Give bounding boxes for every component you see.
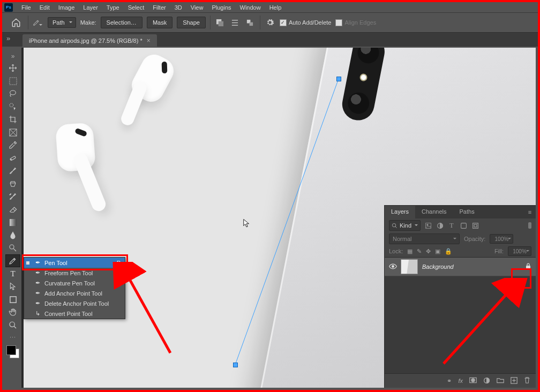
align-edges-checkbox[interactable]: Align Edges: [335, 19, 376, 26]
menu-help[interactable]: Help: [265, 3, 286, 12]
layer-filter-kind[interactable]: Kind: [389, 220, 421, 231]
fill-label: Fill:: [494, 248, 504, 254]
blend-mode-select[interactable]: Normal: [389, 233, 460, 244]
menu-type[interactable]: Type: [102, 3, 124, 12]
rectangle-tool-icon[interactable]: [5, 293, 20, 306]
layers-panel: Layers Channels Paths ≡ Kind T Normal Op: [384, 205, 536, 388]
brush-tool-icon[interactable]: [5, 164, 20, 177]
path-alignment-icon[interactable]: [230, 17, 241, 28]
menu-image[interactable]: Image: [54, 3, 79, 12]
eraser-tool-icon[interactable]: [5, 203, 20, 216]
filter-toggle[interactable]: [528, 222, 531, 229]
auto-add-delete-checkbox[interactable]: Auto Add/Delete: [280, 19, 332, 26]
tool-mode-select[interactable]: Path: [48, 17, 76, 28]
path-arrangement-icon[interactable]: [245, 17, 256, 28]
lock-transparency-icon[interactable]: ▦: [407, 248, 412, 255]
layer-name[interactable]: Background: [422, 263, 454, 270]
edit-toolbar-icon[interactable]: ···: [5, 331, 20, 342]
filter-pixel-icon[interactable]: [424, 221, 432, 230]
svg-rect-25: [472, 223, 478, 228]
make-selection-button[interactable]: Selection…: [101, 17, 142, 28]
flyout-delete-anchor-tool[interactable]: ✒ Delete Anchor Point Tool: [24, 298, 125, 308]
panel-menu-icon[interactable]: ≡: [524, 206, 536, 218]
toolbar-collapse-icon[interactable]: »: [5, 51, 20, 62]
filter-adjustment-icon[interactable]: [436, 221, 444, 230]
dodge-tool-icon[interactable]: [5, 242, 20, 254]
make-shape-button[interactable]: Shape: [177, 17, 206, 28]
history-brush-tool-icon[interactable]: [5, 190, 20, 203]
pen-tool-icon: [33, 17, 43, 28]
lock-artboard-icon[interactable]: ▣: [435, 248, 440, 255]
flyout-pen-tool[interactable]: ✒ Pen ToolP: [24, 258, 125, 268]
make-mask-button[interactable]: Mask: [147, 17, 172, 28]
menu-file[interactable]: File: [17, 3, 35, 12]
anchor-point[interactable]: [233, 363, 238, 367]
move-tool-icon[interactable]: [5, 62, 20, 74]
menu-layer[interactable]: Layer: [79, 3, 102, 12]
filter-shape-icon[interactable]: [459, 221, 468, 230]
menu-filter[interactable]: Filter: [148, 3, 170, 12]
color-swatches[interactable]: [6, 345, 19, 358]
delete-layer-icon[interactable]: [524, 376, 530, 385]
new-group-icon[interactable]: [497, 377, 504, 385]
opacity-value[interactable]: 100%: [490, 234, 513, 244]
close-tab-icon[interactable]: ×: [147, 37, 151, 44]
document-tab[interactable]: iPhone and airpods.jpg @ 27.5% (RGB/8) *…: [22, 34, 157, 47]
menu-plugins[interactable]: Plugins: [207, 3, 235, 12]
layer-list: Background: [385, 257, 536, 374]
options-bar: Path Make: Selection… Mask Shape Auto Ad…: [2, 12, 538, 33]
clone-stamp-tool-icon[interactable]: [5, 177, 20, 190]
lock-pixels-icon[interactable]: ✎: [417, 248, 422, 255]
path-operations-icon[interactable]: [215, 17, 226, 28]
svg-rect-15: [9, 218, 16, 225]
menu-select[interactable]: Select: [124, 3, 149, 12]
layer-lock-icon[interactable]: [525, 262, 531, 271]
type-tool-icon[interactable]: T: [5, 267, 20, 280]
layer-thumbnail[interactable]: [401, 259, 418, 274]
crop-tool-icon[interactable]: [5, 113, 20, 126]
layer-row-background[interactable]: Background: [385, 258, 536, 276]
menu-window[interactable]: Window: [236, 3, 265, 12]
svg-point-27: [392, 265, 394, 267]
flyout-add-anchor-tool[interactable]: ✒ Add Anchor Point Tool: [24, 288, 125, 298]
svg-rect-6: [250, 22, 253, 26]
tab-paths[interactable]: Paths: [453, 206, 481, 218]
tab-channels[interactable]: Channels: [415, 206, 453, 218]
gear-icon[interactable]: [265, 17, 275, 28]
menu-3d[interactable]: 3D: [170, 3, 186, 12]
lasso-tool-icon[interactable]: [5, 87, 20, 100]
hand-tool-icon[interactable]: [5, 306, 20, 319]
path-selection-tool-icon[interactable]: [5, 280, 20, 293]
new-layer-icon[interactable]: [511, 377, 518, 385]
filter-smartobject-icon[interactable]: [471, 221, 479, 230]
gradient-tool-icon[interactable]: [5, 216, 20, 229]
healing-brush-tool-icon[interactable]: [5, 152, 20, 164]
lock-position-icon[interactable]: ✥: [426, 248, 431, 255]
layer-mask-icon[interactable]: [469, 377, 477, 385]
panel-collapse-icon[interactable]: »: [6, 34, 10, 42]
anchor-point[interactable]: [336, 77, 341, 81]
link-layers-icon[interactable]: ⚭: [447, 378, 452, 385]
pen-tool-icon[interactable]: [5, 254, 20, 267]
flyout-convert-point-tool[interactable]: ↳ Convert Point Tool: [24, 308, 125, 319]
marquee-tool-icon[interactable]: [5, 74, 20, 87]
filter-type-icon[interactable]: T: [447, 221, 456, 230]
flyout-freeform-pen-tool[interactable]: ✒ Freeform Pen ToolP: [24, 268, 125, 278]
adjustment-layer-icon[interactable]: [483, 377, 490, 385]
quick-selection-tool-icon[interactable]: [5, 100, 20, 113]
make-label: Make:: [80, 19, 96, 26]
layer-style-icon[interactable]: fx: [458, 378, 463, 384]
eyedropper-tool-icon[interactable]: [5, 139, 20, 152]
home-icon[interactable]: [9, 16, 24, 29]
fill-value[interactable]: 100%: [508, 246, 531, 256]
tab-layers[interactable]: Layers: [385, 206, 415, 218]
menu-view[interactable]: View: [186, 3, 208, 12]
svg-rect-28: [526, 266, 530, 269]
frame-tool-icon[interactable]: [5, 126, 20, 139]
visibility-toggle-icon[interactable]: [389, 263, 396, 270]
zoom-tool-icon[interactable]: [5, 319, 20, 331]
flyout-curvature-pen-tool[interactable]: ✒ Curvature Pen ToolP: [24, 278, 125, 288]
blur-tool-icon[interactable]: [5, 229, 20, 242]
lock-all-icon[interactable]: 🔒: [445, 248, 452, 255]
menu-edit[interactable]: Edit: [35, 3, 54, 12]
